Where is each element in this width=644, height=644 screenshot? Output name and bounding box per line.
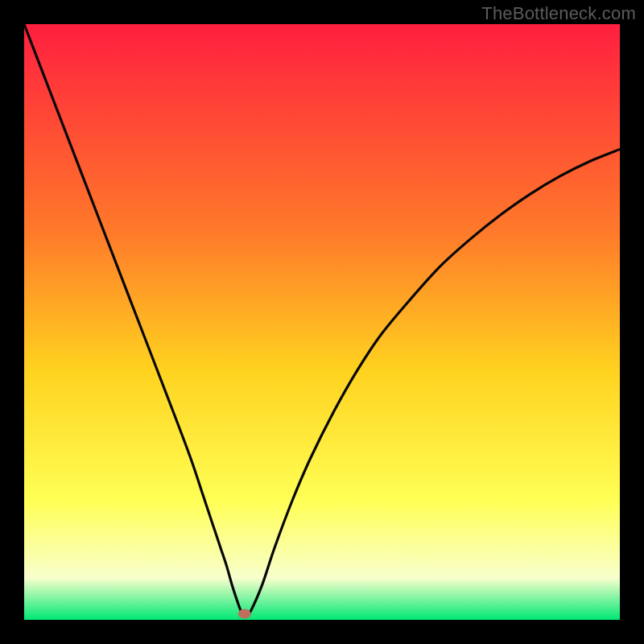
optimum-marker bbox=[238, 609, 251, 619]
gradient-background bbox=[24, 24, 620, 620]
attribution-label: TheBottleneck.com bbox=[481, 3, 636, 24]
chart-frame bbox=[24, 24, 620, 620]
bottleneck-chart bbox=[24, 24, 620, 620]
